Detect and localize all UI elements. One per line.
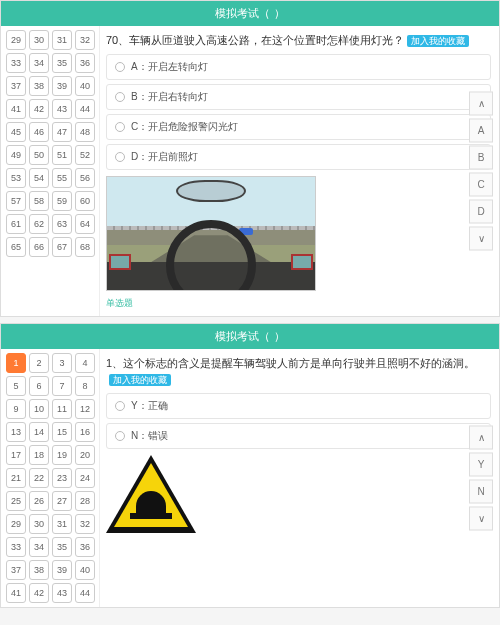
prev-button[interactable]: ∧ — [469, 425, 493, 449]
question-cell-25[interactable]: 25 — [6, 491, 26, 511]
question-cell-43[interactable]: 43 — [52, 99, 72, 119]
question-cell-42[interactable]: 42 — [29, 99, 49, 119]
question-cell-47[interactable]: 47 — [52, 122, 72, 142]
question-cell-42[interactable]: 42 — [29, 583, 49, 603]
question-cell-33[interactable]: 33 — [6, 53, 26, 73]
option-row[interactable]: N：错误 — [106, 423, 491, 449]
question-cell-64[interactable]: 64 — [75, 214, 95, 234]
question-cell-9[interactable]: 9 — [6, 399, 26, 419]
question-cell-31[interactable]: 31 — [52, 30, 72, 50]
question-cell-33[interactable]: 33 — [6, 537, 26, 557]
answer-d-button[interactable]: D — [469, 199, 493, 223]
question-cell-58[interactable]: 58 — [29, 191, 49, 211]
question-cell-37[interactable]: 37 — [6, 76, 26, 96]
answer-n-button[interactable]: N — [469, 479, 493, 503]
question-cell-29[interactable]: 29 — [6, 30, 26, 50]
question-cell-13[interactable]: 13 — [6, 422, 26, 442]
question-cell-35[interactable]: 35 — [52, 537, 72, 557]
question-cell-11[interactable]: 11 — [52, 399, 72, 419]
question-cell-65[interactable]: 65 — [6, 237, 26, 257]
question-cell-31[interactable]: 31 — [52, 514, 72, 534]
question-cell-34[interactable]: 34 — [29, 53, 49, 73]
question-cell-40[interactable]: 40 — [75, 560, 95, 580]
question-cell-41[interactable]: 41 — [6, 583, 26, 603]
option-row[interactable]: B：开启右转向灯 — [106, 84, 491, 110]
question-cell-30[interactable]: 30 — [29, 514, 49, 534]
question-cell-28[interactable]: 28 — [75, 491, 95, 511]
question-cell-44[interactable]: 44 — [75, 583, 95, 603]
answer-b-button[interactable]: B — [469, 145, 493, 169]
question-cell-2[interactable]: 2 — [29, 353, 49, 373]
question-cell-51[interactable]: 51 — [52, 145, 72, 165]
option-row[interactable]: Y：正确 — [106, 393, 491, 419]
question-cell-30[interactable]: 30 — [29, 30, 49, 50]
question-cell-63[interactable]: 63 — [52, 214, 72, 234]
question-cell-34[interactable]: 34 — [29, 537, 49, 557]
question-cell-41[interactable]: 41 — [6, 99, 26, 119]
question-cell-24[interactable]: 24 — [75, 468, 95, 488]
question-cell-7[interactable]: 7 — [52, 376, 72, 396]
question-cell-21[interactable]: 21 — [6, 468, 26, 488]
question-cell-27[interactable]: 27 — [52, 491, 72, 511]
question-cell-59[interactable]: 59 — [52, 191, 72, 211]
question-cell-17[interactable]: 17 — [6, 445, 26, 465]
question-cell-19[interactable]: 19 — [52, 445, 72, 465]
question-cell-15[interactable]: 15 — [52, 422, 72, 442]
question-cell-57[interactable]: 57 — [6, 191, 26, 211]
question-cell-1[interactable]: 1 — [6, 353, 26, 373]
question-cell-10[interactable]: 10 — [29, 399, 49, 419]
question-cell-45[interactable]: 45 — [6, 122, 26, 142]
question-cell-43[interactable]: 43 — [52, 583, 72, 603]
question-cell-67[interactable]: 67 — [52, 237, 72, 257]
question-cell-6[interactable]: 6 — [29, 376, 49, 396]
answer-a-button[interactable]: A — [469, 118, 493, 142]
question-cell-26[interactable]: 26 — [29, 491, 49, 511]
next-button[interactable]: ∨ — [469, 226, 493, 250]
question-cell-40[interactable]: 40 — [75, 76, 95, 96]
question-cell-3[interactable]: 3 — [52, 353, 72, 373]
answer-c-button[interactable]: C — [469, 172, 493, 196]
next-button[interactable]: ∨ — [469, 506, 493, 530]
question-cell-36[interactable]: 36 — [75, 53, 95, 73]
question-cell-23[interactable]: 23 — [52, 468, 72, 488]
question-cell-39[interactable]: 39 — [52, 76, 72, 96]
add-favorite-button[interactable]: 加入我的收藏 — [109, 374, 171, 386]
question-cell-32[interactable]: 32 — [75, 514, 95, 534]
question-cell-29[interactable]: 29 — [6, 514, 26, 534]
question-cell-38[interactable]: 38 — [29, 560, 49, 580]
question-cell-4[interactable]: 4 — [75, 353, 95, 373]
question-cell-5[interactable]: 5 — [6, 376, 26, 396]
question-cell-35[interactable]: 35 — [52, 53, 72, 73]
option-row[interactable]: A：开启左转向灯 — [106, 54, 491, 80]
question-cell-56[interactable]: 56 — [75, 168, 95, 188]
question-cell-55[interactable]: 55 — [52, 168, 72, 188]
question-cell-39[interactable]: 39 — [52, 560, 72, 580]
option-row[interactable]: D：开启前照灯 — [106, 144, 491, 170]
question-cell-38[interactable]: 38 — [29, 76, 49, 96]
question-cell-12[interactable]: 12 — [75, 399, 95, 419]
answer-y-button[interactable]: Y — [469, 452, 493, 476]
question-cell-49[interactable]: 49 — [6, 145, 26, 165]
question-cell-32[interactable]: 32 — [75, 30, 95, 50]
option-row[interactable]: C：开启危险报警闪光灯 — [106, 114, 491, 140]
question-cell-22[interactable]: 22 — [29, 468, 49, 488]
question-cell-54[interactable]: 54 — [29, 168, 49, 188]
question-cell-60[interactable]: 60 — [75, 191, 95, 211]
question-cell-46[interactable]: 46 — [29, 122, 49, 142]
question-cell-16[interactable]: 16 — [75, 422, 95, 442]
question-cell-53[interactable]: 53 — [6, 168, 26, 188]
question-cell-62[interactable]: 62 — [29, 214, 49, 234]
prev-button[interactable]: ∧ — [469, 91, 493, 115]
question-cell-48[interactable]: 48 — [75, 122, 95, 142]
question-cell-14[interactable]: 14 — [29, 422, 49, 442]
question-cell-61[interactable]: 61 — [6, 214, 26, 234]
question-cell-68[interactable]: 68 — [75, 237, 95, 257]
question-cell-36[interactable]: 36 — [75, 537, 95, 557]
question-cell-8[interactable]: 8 — [75, 376, 95, 396]
question-cell-66[interactable]: 66 — [29, 237, 49, 257]
question-cell-50[interactable]: 50 — [29, 145, 49, 165]
question-cell-37[interactable]: 37 — [6, 560, 26, 580]
question-cell-44[interactable]: 44 — [75, 99, 95, 119]
question-cell-20[interactable]: 20 — [75, 445, 95, 465]
add-favorite-button[interactable]: 加入我的收藏 — [407, 35, 469, 47]
